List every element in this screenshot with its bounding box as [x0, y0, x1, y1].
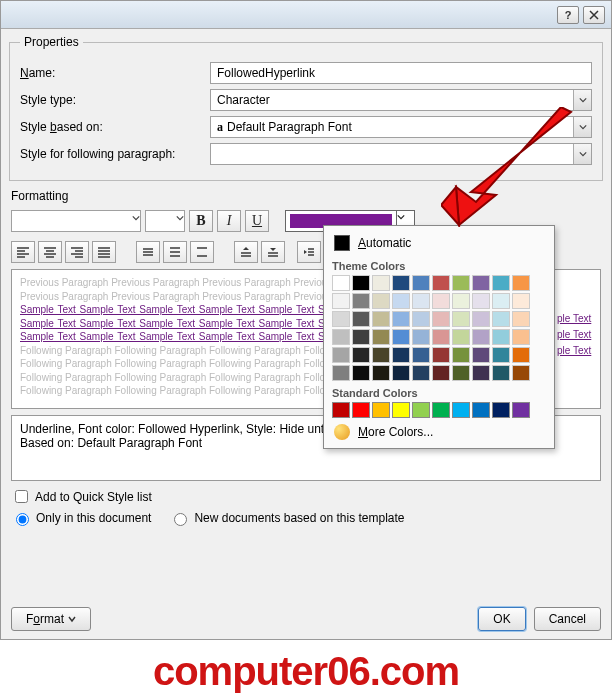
- underline-button[interactable]: U: [245, 210, 269, 232]
- align-right-button[interactable]: [65, 241, 89, 263]
- align-justify-button[interactable]: [92, 241, 116, 263]
- theme-color-swatch[interactable]: [412, 311, 430, 327]
- theme-color-swatch[interactable]: [332, 311, 350, 327]
- theme-color-swatch[interactable]: [332, 365, 350, 381]
- standard-color-swatch[interactable]: [392, 402, 410, 418]
- theme-color-swatch[interactable]: [432, 365, 450, 381]
- standard-color-swatch[interactable]: [412, 402, 430, 418]
- theme-color-swatch[interactable]: [372, 347, 390, 363]
- new-docs-radio[interactable]: New documents based on this template: [169, 510, 404, 526]
- theme-color-swatch[interactable]: [492, 293, 510, 309]
- theme-color-swatch[interactable]: [432, 347, 450, 363]
- theme-color-swatch[interactable]: [492, 275, 510, 291]
- theme-color-swatch[interactable]: [392, 311, 410, 327]
- italic-button[interactable]: I: [217, 210, 241, 232]
- style-type-field[interactable]: Character: [210, 89, 592, 111]
- align-left-button[interactable]: [11, 241, 35, 263]
- theme-color-swatch[interactable]: [412, 293, 430, 309]
- theme-color-swatch[interactable]: [472, 275, 490, 291]
- theme-color-swatch[interactable]: [352, 275, 370, 291]
- theme-color-swatch[interactable]: [392, 275, 410, 291]
- theme-color-swatch[interactable]: [472, 329, 490, 345]
- theme-color-swatch[interactable]: [432, 275, 450, 291]
- standard-color-swatch[interactable]: [352, 402, 370, 418]
- theme-color-swatch[interactable]: [452, 311, 470, 327]
- theme-color-swatch[interactable]: [512, 293, 530, 309]
- theme-color-swatch[interactable]: [412, 365, 430, 381]
- font-family-combo[interactable]: [11, 210, 141, 232]
- chevron-down-icon[interactable]: [132, 211, 140, 231]
- theme-color-swatch[interactable]: [432, 311, 450, 327]
- theme-color-swatch[interactable]: [392, 293, 410, 309]
- theme-color-swatch[interactable]: [512, 329, 530, 345]
- theme-color-swatch[interactable]: [372, 293, 390, 309]
- theme-color-swatch[interactable]: [512, 365, 530, 381]
- theme-color-swatch[interactable]: [372, 329, 390, 345]
- chevron-down-icon[interactable]: [176, 211, 184, 231]
- theme-color-swatch[interactable]: [512, 347, 530, 363]
- name-field[interactable]: FollowedHyperlink: [210, 62, 592, 84]
- chevron-down-icon[interactable]: [573, 90, 591, 110]
- checkbox-icon[interactable]: [15, 490, 28, 503]
- theme-color-swatch[interactable]: [332, 293, 350, 309]
- ok-button[interactable]: OK: [478, 607, 525, 631]
- theme-color-swatch[interactable]: [492, 311, 510, 327]
- theme-color-swatch[interactable]: [472, 293, 490, 309]
- theme-color-swatch[interactable]: [372, 365, 390, 381]
- standard-color-swatch[interactable]: [332, 402, 350, 418]
- help-button[interactable]: ?: [557, 6, 579, 24]
- chevron-down-icon[interactable]: [573, 117, 591, 137]
- bold-button[interactable]: B: [189, 210, 213, 232]
- theme-color-swatch[interactable]: [412, 347, 430, 363]
- standard-color-swatch[interactable]: [432, 402, 450, 418]
- standard-color-swatch[interactable]: [372, 402, 390, 418]
- theme-color-swatch[interactable]: [472, 311, 490, 327]
- theme-color-swatch[interactable]: [472, 347, 490, 363]
- theme-color-swatch[interactable]: [332, 275, 350, 291]
- theme-color-swatch[interactable]: [432, 293, 450, 309]
- theme-color-swatch[interactable]: [352, 329, 370, 345]
- format-button[interactable]: Format: [11, 607, 91, 631]
- cancel-button[interactable]: Cancel: [534, 607, 601, 631]
- standard-color-swatch[interactable]: [512, 402, 530, 418]
- space-before-increase-button[interactable]: [234, 241, 258, 263]
- theme-color-swatch[interactable]: [452, 275, 470, 291]
- add-quick-style-checkbox[interactable]: Add to Quick Style list: [11, 487, 152, 506]
- theme-color-swatch[interactable]: [492, 365, 510, 381]
- theme-color-swatch[interactable]: [392, 365, 410, 381]
- standard-color-swatch[interactable]: [492, 402, 510, 418]
- theme-color-swatch[interactable]: [352, 293, 370, 309]
- theme-color-swatch[interactable]: [452, 347, 470, 363]
- theme-color-swatch[interactable]: [352, 311, 370, 327]
- theme-color-swatch[interactable]: [452, 365, 470, 381]
- radio-icon[interactable]: [174, 513, 187, 526]
- automatic-color-item[interactable]: Automatic: [332, 232, 546, 254]
- line-spacing-2-button[interactable]: [190, 241, 214, 263]
- theme-color-swatch[interactable]: [452, 293, 470, 309]
- more-colors-item[interactable]: More Colors...: [332, 418, 546, 442]
- theme-color-swatch[interactable]: [512, 311, 530, 327]
- following-para-field[interactable]: [210, 143, 592, 165]
- theme-color-swatch[interactable]: [372, 275, 390, 291]
- theme-color-swatch[interactable]: [472, 365, 490, 381]
- only-this-doc-radio[interactable]: Only in this document: [11, 510, 151, 526]
- based-on-field[interactable]: a Default Paragraph Font: [210, 116, 592, 138]
- theme-color-swatch[interactable]: [492, 347, 510, 363]
- standard-color-swatch[interactable]: [472, 402, 490, 418]
- theme-color-swatch[interactable]: [412, 275, 430, 291]
- theme-color-swatch[interactable]: [432, 329, 450, 345]
- chevron-down-icon[interactable]: [573, 144, 591, 164]
- font-size-combo[interactable]: [145, 210, 185, 232]
- space-before-decrease-button[interactable]: [261, 241, 285, 263]
- line-spacing-1-button[interactable]: [136, 241, 160, 263]
- align-center-button[interactable]: [38, 241, 62, 263]
- standard-color-swatch[interactable]: [452, 402, 470, 418]
- theme-color-swatch[interactable]: [372, 311, 390, 327]
- theme-color-swatch[interactable]: [332, 329, 350, 345]
- theme-color-swatch[interactable]: [452, 329, 470, 345]
- theme-color-swatch[interactable]: [332, 347, 350, 363]
- radio-icon[interactable]: [16, 513, 29, 526]
- theme-color-swatch[interactable]: [352, 347, 370, 363]
- decrease-indent-button[interactable]: [297, 241, 321, 263]
- theme-color-swatch[interactable]: [352, 365, 370, 381]
